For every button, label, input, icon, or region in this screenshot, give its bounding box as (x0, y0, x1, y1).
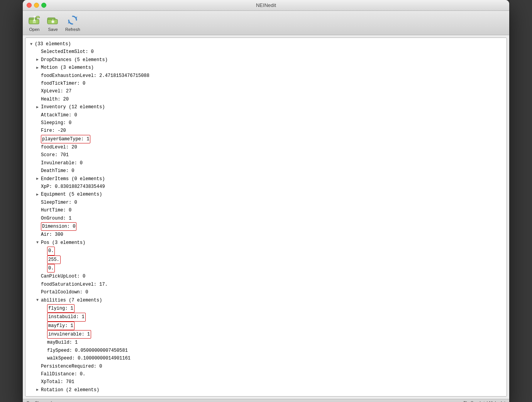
tree-row[interactable]: 0. (27, 247, 505, 255)
tree-row[interactable]: SleepTimer: 0 (27, 199, 505, 206)
row-text: Health: 20 (41, 95, 69, 103)
tree-row[interactable]: CanPickUpLoot: 0 (27, 273, 505, 280)
row-text: foodTickTimer: 0 (41, 80, 85, 87)
tree-row[interactable]: walkSpeed: 0.10000000014901161 (27, 354, 505, 362)
tree-toggle[interactable]: ▶ (35, 57, 40, 63)
tree-row[interactable]: ▶Rotation (2 elements) (27, 386, 505, 394)
tree-row[interactable]: instabuild: 1 (27, 313, 505, 321)
row-text: PortalCooldown: 0 (41, 288, 88, 296)
row-text: 255. (47, 256, 61, 264)
row-text: Inventory (12 elements) (41, 103, 105, 111)
tree-toggle[interactable]: ▶ (35, 176, 40, 182)
tree-row[interactable]: Air: 300 (27, 231, 505, 238)
row-text: XpLevel: 27 (41, 87, 71, 95)
row-text: HurtTime: 0 (41, 206, 71, 214)
row-text: invulnerable: 1 (47, 330, 91, 339)
tree-row[interactable]: ▶EnderItems (0 elements) (27, 175, 505, 183)
row-text: SelectedItemSlot: 0 (41, 48, 94, 56)
root-toggle[interactable]: ▼ (29, 41, 34, 47)
minimize-button[interactable] (34, 3, 39, 8)
save-button[interactable]: Save (45, 13, 61, 32)
tree-row[interactable]: ▶Motion (3 elements) (27, 64, 505, 72)
row-text: Fire: -20 (41, 127, 66, 135)
tree-toggle[interactable]: ▶ (35, 387, 40, 393)
traffic-lights (27, 3, 46, 8)
row-text: CanPickUpLoot: 0 (41, 273, 85, 280)
row-text: 0. (47, 247, 55, 255)
close-button[interactable] (27, 3, 32, 8)
refresh-label: Refresh (65, 27, 80, 32)
tree-row[interactable]: Score: 701 (27, 151, 505, 159)
tree-row[interactable]: Sleeping: 0 (27, 119, 505, 127)
tree-row[interactable]: Health: 20 (27, 95, 505, 103)
tree-row[interactable]: Invulnerable: 0 (27, 159, 505, 167)
tree-view[interactable]: ▼ (33 elements) SelectedItemSlot: 0▶Drop… (25, 37, 507, 397)
tree-row[interactable]: PortalCooldown: 0 (27, 288, 505, 296)
row-text: instabuild: 1 (47, 313, 86, 321)
svg-marker-6 (33, 15, 36, 17)
tree-root[interactable]: ▼ (33 elements) (27, 40, 505, 48)
tree-row[interactable]: foodExhaustionLevel: 2.4718153476715088 (27, 72, 505, 80)
tree-row[interactable]: invulnerable: 1 (27, 330, 505, 339)
row-text: EnderItems (0 elements) (41, 175, 105, 183)
tree-toggle[interactable]: ▶ (35, 104, 40, 110)
tree-row[interactable]: Fire: -20 (27, 127, 505, 135)
tree-row[interactable]: foodTickTimer: 0 (27, 80, 505, 87)
tree-row[interactable]: DeathTime: 0 (27, 167, 505, 175)
row-text: walkSpeed: 0.10000000014901161 (47, 354, 130, 362)
tree-toggle[interactable]: ▼ (35, 240, 40, 245)
title-bar: NEINedit (23, 0, 509, 11)
tree-row[interactable]: playerGameType: 1 (27, 135, 505, 143)
tree-row[interactable]: XpLevel: 27 (27, 87, 505, 95)
svg-rect-3 (33, 21, 36, 23)
tree-row[interactable]: XpP: 0.8301882743835449 (27, 183, 505, 191)
status-right: TheSandwichMakr.dat (463, 400, 505, 402)
tree-row[interactable]: FallDistance: 0. (27, 370, 505, 378)
maximize-button[interactable] (41, 3, 46, 8)
tree-row[interactable]: ▶Equipment (5 elements) (27, 191, 505, 198)
row-text: XpTotal: 701 (41, 378, 74, 386)
tree-row[interactable]: foodSaturationLevel: 17. (27, 281, 505, 288)
row-text: mayBuild: 1 (47, 339, 78, 346)
status-left: Tag Changed. (27, 400, 53, 402)
row-text: foodLevel: 20 (41, 143, 77, 151)
svg-marker-2 (36, 16, 40, 18)
tree-row[interactable]: ▼Pos (3 elements) (27, 239, 505, 247)
tree-row[interactable]: HurtTime: 0 (27, 206, 505, 214)
row-text: SleepTimer: 0 (41, 199, 77, 206)
tree-row[interactable]: SelectedItemSlot: 0 (27, 48, 505, 56)
row-text: flying: 1 (47, 304, 75, 313)
tree-row[interactable]: PersistenceRequired: 0 (27, 363, 505, 370)
tree-row[interactable]: foodLevel: 20 (27, 143, 505, 151)
row-text: DeathTime: 0 (41, 167, 74, 175)
tree-row[interactable]: XpTotal: 701 (27, 378, 505, 386)
row-text: playerGameType: 1 (41, 135, 90, 143)
refresh-button[interactable]: Refresh (64, 13, 82, 32)
open-button[interactable]: Open (27, 13, 42, 32)
tree-row[interactable]: mayfly: 1 (27, 322, 505, 330)
tree-row[interactable]: OnGround: 1 (27, 215, 505, 222)
refresh-icon (66, 14, 79, 26)
row-text: Rotation (2 elements) (41, 386, 99, 394)
row-text: OnGround: 1 (41, 215, 71, 222)
tree-toggle[interactable]: ▶ (35, 192, 40, 198)
tree-toggle[interactable]: ▼ (35, 298, 40, 303)
tree-row[interactable]: 255. (27, 256, 505, 264)
tree-toggle[interactable]: ▶ (35, 65, 40, 70)
tree-row[interactable]: flying: 1 (27, 304, 505, 313)
root-label: (33 elements) (35, 40, 71, 48)
app-window: NEINedit Open (23, 0, 509, 402)
tree-row[interactable]: 0. (27, 264, 505, 273)
tree-row[interactable]: ▼abilities (7 elements) (27, 296, 505, 304)
row-text: Sleeping: 0 (41, 119, 71, 127)
tree-row[interactable]: flySpeed: 0.05000000007450581 (27, 347, 505, 354)
tree-row[interactable]: ▶DropChances (5 elements) (27, 56, 505, 64)
tree-row[interactable]: Dimension: 0 (27, 222, 505, 231)
tree-row[interactable]: ▶Inventory (12 elements) (27, 103, 505, 111)
row-text: PersistenceRequired: 0 (41, 363, 102, 370)
row-text: Equipment (5 elements) (41, 191, 102, 198)
status-bar: Tag Changed. TheSandwichMakr.dat (23, 399, 509, 402)
toolbar: Open Save (23, 11, 509, 35)
tree-row[interactable]: AttackTime: 0 (27, 111, 505, 119)
tree-row[interactable]: mayBuild: 1 (27, 339, 505, 346)
